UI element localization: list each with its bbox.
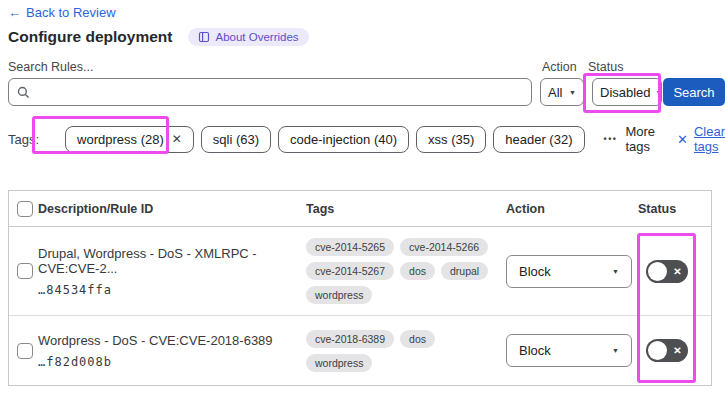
status-toggle[interactable]: ✕ <box>646 339 688 362</box>
column-header-tags: Tags <box>306 202 506 216</box>
search-rules-input[interactable] <box>36 85 523 100</box>
rule-tag: cve-2014-5265 <box>306 238 394 256</box>
search-rules-box <box>8 78 532 106</box>
search-icon <box>17 86 30 99</box>
status-toggle[interactable]: ✕ <box>646 260 688 283</box>
rule-tag: wordpress <box>306 286 372 304</box>
chevron-down-icon: ▼ <box>656 89 663 96</box>
rule-tag: cve-2014-5267 <box>306 262 394 280</box>
about-overrides-label: About Overrides <box>215 31 298 43</box>
action-filter-value: All <box>548 85 562 100</box>
chevron-down-icon: ▼ <box>612 347 619 354</box>
action-select-value: Block <box>519 264 551 279</box>
tag-chip-header[interactable]: header (32) <box>493 126 584 153</box>
select-all-checkbox[interactable] <box>17 201 33 217</box>
rule-id: …84534ffa <box>38 283 292 297</box>
rule-tag: wordpress <box>306 354 372 372</box>
rule-description-cell: Wordpress - DoS - CVE:CVE-2018-6389 …f82… <box>38 333 306 369</box>
rule-tags-cell: cve-2014-5265 cve-2014-5266 cve-2014-526… <box>306 238 506 304</box>
table-row: Wordpress - DoS - CVE:CVE-2018-6389 …f82… <box>9 316 711 385</box>
toggle-off-icon: ✕ <box>667 345 688 356</box>
rule-tag: dos <box>400 262 435 280</box>
rule-id: …f82d008b <box>38 355 292 369</box>
tag-chip-wordpress-selected[interactable]: wordpress (28) ✕ <box>65 126 194 153</box>
search-rules-label: Search Rules... <box>8 60 93 74</box>
rule-description: Drupal, Wordpress - DoS - XMLRPC - CVE:C… <box>38 246 292 276</box>
toggle-off-icon: ✕ <box>667 266 688 277</box>
back-arrow-icon: ← <box>8 5 21 20</box>
chevron-down-icon: ▼ <box>569 89 576 96</box>
tags-label: Tags: <box>8 132 39 147</box>
rule-tag: cve-2018-6389 <box>306 330 394 348</box>
remove-tag-icon[interactable]: ✕ <box>172 132 182 146</box>
rules-table: Description/Rule ID Tags Action Status D… <box>8 190 712 386</box>
row-checkbox[interactable] <box>17 263 33 279</box>
filters-row: Search Rules... Action All ▼ Status Disa… <box>8 60 717 108</box>
action-filter-dropdown[interactable]: All ▼ <box>540 78 584 106</box>
table-header-row: Description/Rule ID Tags Action Status <box>9 191 711 227</box>
column-header-status: Status <box>638 202 711 216</box>
more-tags-button[interactable]: ••• More tags <box>604 124 656 154</box>
status-filter-value: Disabled <box>600 85 651 100</box>
ellipsis-icon: ••• <box>604 134 618 144</box>
status-filter-label: Status <box>588 60 623 74</box>
tag-chip-label: wordpress (28) <box>77 132 164 147</box>
row-checkbox[interactable] <box>17 343 33 359</box>
rule-tags-cell: cve-2018-6389 dos wordpress <box>306 330 506 372</box>
action-filter-label: Action <box>542 60 577 74</box>
tag-chip-xss[interactable]: xss (35) <box>416 126 486 153</box>
column-header-action: Action <box>506 202 638 216</box>
column-header-description: Description/Rule ID <box>38 202 306 216</box>
rule-tag: dos <box>400 330 435 348</box>
tag-chip-sqli[interactable]: sqli (63) <box>201 126 271 153</box>
clear-tags-label: Clear tags <box>694 124 725 154</box>
action-select-value: Block <box>519 343 551 358</box>
table-row: Drupal, Wordpress - DoS - XMLRPC - CVE:C… <box>9 227 711 316</box>
tag-chip-label: xss (35) <box>428 132 474 147</box>
toggle-knob <box>648 341 667 360</box>
tag-chip-label: sqli (63) <box>213 132 259 147</box>
chevron-down-icon: ▼ <box>612 268 619 275</box>
tag-chip-label: code-injection (40) <box>290 132 397 147</box>
clear-icon: ✕ <box>677 132 688 147</box>
configure-deployment-page: ← Back to Review Configure deployment Ab… <box>0 0 725 406</box>
rule-tag: drupal <box>441 262 488 280</box>
tags-bar: Tags: wordpress (28) ✕ sqli (63) code-in… <box>8 122 725 156</box>
tag-chip-label: header (32) <box>505 132 572 147</box>
more-tags-label: More tags <box>625 124 655 154</box>
action-select[interactable]: Block ▼ <box>506 255 632 288</box>
clear-tags-link[interactable]: ✕ Clear tags <box>677 124 725 154</box>
about-overrides-badge[interactable]: About Overrides <box>188 28 308 46</box>
page-title: Configure deployment <box>8 28 172 46</box>
rule-tag: cve-2014-5266 <box>400 238 488 256</box>
toggle-knob <box>648 262 667 281</box>
tag-chip-code-injection[interactable]: code-injection (40) <box>278 126 409 153</box>
title-row: Configure deployment About Overrides <box>8 28 309 46</box>
status-filter-dropdown[interactable]: Disabled ▼ <box>592 78 662 106</box>
search-button[interactable]: Search <box>663 78 725 106</box>
back-to-review-link[interactable]: ← Back to Review <box>8 5 116 20</box>
book-icon <box>198 31 210 43</box>
back-link-label: Back to Review <box>26 5 116 20</box>
action-select[interactable]: Block ▼ <box>506 334 632 367</box>
rule-description-cell: Drupal, Wordpress - DoS - XMLRPC - CVE:C… <box>38 246 306 297</box>
rule-description: Wordpress - DoS - CVE:CVE-2018-6389 <box>38 333 292 348</box>
